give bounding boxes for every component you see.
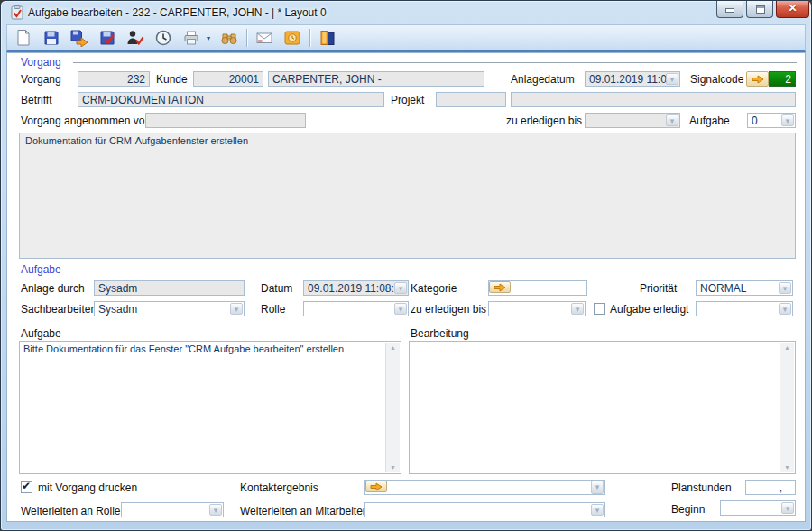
weiterleiten-rolle-label: Weiterleiten an Rolle [21,505,121,517]
scrollbar[interactable] [385,343,400,472]
clock-icon[interactable] [152,27,174,49]
signalcode-field: 2 [769,71,796,87]
section-vorgang-label: Vorgang [21,56,61,69]
aufgabe-text: Bitte Dokumentation für das Fenster "CRM… [23,343,344,354]
dropdown-button[interactable] [779,303,791,315]
section-aufgabe-label: Aufgabe [21,263,61,276]
aufgabe-textarea[interactable]: Bitte Dokumentation für das Fenster "CRM… [19,341,401,474]
vorgang-description-textarea: Dokumentation für CRM-Aufgabenfenster er… [19,133,796,259]
close-button[interactable] [776,1,809,18]
toolbar-separator [309,29,310,47]
betrifft-label: Betrifft [21,94,51,106]
field-value: NORMAL [700,282,746,295]
weiterleiten-mitarbeiter-combo[interactable] [364,502,605,517]
weiterleiten-rolle-combo[interactable] [121,502,224,517]
save-forward-icon[interactable] [69,27,90,49]
new-icon[interactable] [13,27,34,49]
scrollbar[interactable] [780,343,794,472]
save-icon[interactable] [41,27,62,49]
zu-erledigen-bis-combo [585,113,680,128]
kategorie-label: Kategorie [411,282,457,295]
kunde-name-field: CARPENTER, JOHN - [268,71,484,87]
dropdown-button[interactable] [591,481,604,494]
betrifft-field: CRM-DOKUMENTATION [78,92,384,107]
exit-icon[interactable] [317,27,338,49]
projekt-text-field [511,92,796,107]
beginn-combo[interactable] [720,500,796,516]
dropdown-button[interactable] [781,114,794,126]
field-value: 09.01.2019 11:07 [589,73,673,86]
binoculars-icon[interactable] [218,27,240,49]
vorgang-field: 232 [78,71,150,87]
angenommen-von-field [145,113,306,128]
kunde-label: Kunde [156,73,188,86]
app-window: Aufgabe bearbeiten - 232 - CARPENTER, JO… [0,0,812,531]
kontaktergebnis-combo[interactable] [364,480,605,495]
prioritaet-combo[interactable]: NORMAL [696,280,793,296]
aufgabe-erledigt-combo[interactable] [696,301,793,316]
toolbar [6,24,806,52]
section-divider [73,62,797,63]
dropdown-button[interactable] [666,73,678,85]
rolle-combo[interactable] [303,301,409,316]
titlebar: Aufgabe bearbeiten - 232 - CARPENTER, JO… [1,1,811,24]
user-check-icon[interactable] [125,27,146,49]
aufgabe-nr-label: Aufgabe [689,114,730,127]
task-window-icon [10,5,24,20]
bearbeitung-label: Bearbeitung [411,327,469,340]
save-check-icon[interactable] [97,27,118,49]
weiterleiten-mitarbeiter-label: Weiterleiten an Mitarbeiter [240,505,366,517]
dropdown-button[interactable] [591,504,604,516]
field-value: 0 [752,114,758,127]
outlook-icon[interactable] [281,27,303,49]
dropdown-button[interactable] [779,282,791,294]
mail-icon[interactable] [254,27,275,49]
field-value: 09.01.2019 11:08:2 [308,282,401,295]
signalcode-lookup-button[interactable] [746,71,769,87]
projekt-label: Projekt [391,94,424,106]
bearbeitung-textarea[interactable] [409,341,796,474]
toolbar-separator [246,29,247,47]
aufgabe-erledigt-label: Aufgabe erledigt [610,303,688,316]
aufgabe-nr-combo[interactable]: 0 [747,113,796,128]
mit-vorgang-drucken-checkbox[interactable] [21,481,32,493]
anlage-durch-label: Anlage durch [21,282,85,295]
kategorie-lookup-button[interactable] [489,281,511,293]
projekt-field [436,92,506,107]
anlagedatum-label: Anlagedatum [511,73,575,86]
sachbearbeiter-combo[interactable]: Sysadm [94,301,245,316]
mit-vorgang-drucken-label: mit Vorgang drucken [38,481,137,494]
planstunden-field[interactable]: , [745,480,796,495]
minimize-button[interactable] [716,1,743,18]
signalcode-label: Signalcode [690,73,743,86]
prioritaet-label: Priorität [640,282,677,295]
field-value: Sysadm [98,303,137,316]
aufgabe-text-label: Aufgabe [21,327,61,340]
vorgang-label: Vorgang [21,73,61,86]
maximize-button[interactable] [746,1,773,18]
print-dropdown-caret[interactable] [205,34,212,42]
kunde-field: 20001 [193,71,263,87]
zu-erledigen-bis-label: zu erledigen bis [506,114,582,127]
dropdown-button[interactable] [781,502,794,514]
aufgabe-erledigt-checkbox[interactable] [594,303,605,315]
window-title: Aufgabe bearbeiten - 232 - CARPENTER, JO… [28,6,327,19]
kontaktergebnis-label: Kontaktergebnis [240,481,318,494]
datum-label: Datum [261,282,292,295]
dropdown-button[interactable] [666,114,678,126]
kontaktergebnis-lookup-button[interactable] [365,481,387,492]
anlagedatum-combo: 09.01.2019 11:07 [585,71,680,87]
dropdown-button[interactable] [230,303,243,315]
angenommen-von-label: Vorgang angenommen von [21,114,151,127]
dropdown-button[interactable] [394,282,407,294]
rolle-label: Rolle [261,303,285,316]
dropdown-button[interactable] [394,303,407,315]
sachbearbeiter-label: Sachbearbeiter [21,303,94,316]
planstunden-label: Planstunden [671,481,732,494]
zu-erledigen-bis2-combo[interactable] [488,301,586,316]
print-icon[interactable] [180,27,202,49]
beginn-label: Beginn [671,503,705,516]
section-divider [71,270,797,270]
dropdown-button[interactable] [209,504,222,516]
dropdown-button[interactable] [571,303,584,315]
